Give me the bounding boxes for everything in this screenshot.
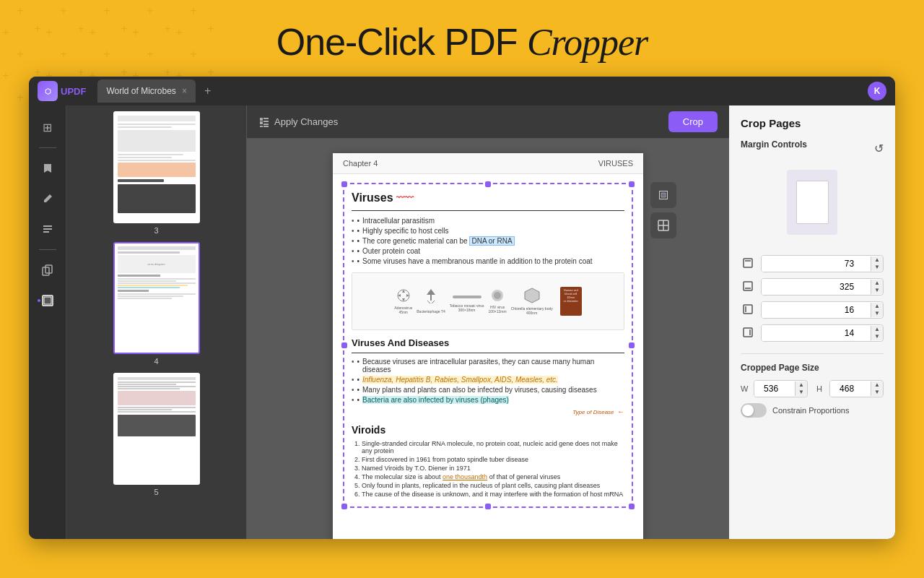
- width-down[interactable]: ▼: [796, 389, 807, 396]
- top-margin-input-wrap: ▲ ▼: [761, 255, 884, 272]
- crop-handle-tm[interactable]: [485, 181, 491, 187]
- logo-box: ⬡: [38, 81, 58, 101]
- bottom-margin-up[interactable]: ▲: [871, 280, 883, 287]
- bottom-margin-input[interactable]: [762, 279, 871, 295]
- tab-label: World of Microbes: [106, 86, 175, 96]
- pdf-viewer: Chapter 4 VIRUSES: [247, 139, 729, 539]
- apply-changes-label: Apply Changes: [274, 116, 338, 127]
- top-margin-row: ▲ ▼: [741, 255, 884, 272]
- thumbnail-item-3[interactable]: 3: [72, 111, 240, 235]
- right-margin-down[interactable]: ▼: [871, 333, 883, 340]
- apply-changes-button[interactable]: Apply Changes: [258, 116, 338, 128]
- bullet-5: •Some viruses have a membranous mantle i…: [352, 257, 624, 265]
- left-margin-up[interactable]: ▲: [871, 303, 883, 310]
- width-input[interactable]: [754, 381, 795, 397]
- add-tab-button[interactable]: +: [201, 85, 214, 98]
- bullet-3: •The core genetic material can be DNA or…: [352, 237, 624, 245]
- thumbnails-icon[interactable]: ⊞: [35, 114, 61, 140]
- crop-overlay: Viruses 〰〰 •Intracellular parasitism •Hi…: [343, 183, 633, 508]
- svg-rect-6: [43, 231, 49, 233]
- pdf-page-header: Chapter 4 VIRUSES: [333, 153, 643, 174]
- pen-icon[interactable]: [35, 186, 61, 212]
- tab-close-button[interactable]: ×: [182, 86, 187, 96]
- hiv: HIV virus100×12mm: [488, 289, 506, 314]
- size-reference: Human red blood cell 10mmor diameter: [560, 287, 582, 316]
- pdf-page: Chapter 4 VIRUSES: [333, 153, 643, 539]
- left-margin-icon: [741, 304, 755, 316]
- svg-marker-23: [525, 288, 539, 303]
- crop-handle-rm[interactable]: [629, 342, 635, 348]
- left-margin-down[interactable]: ▼: [871, 310, 883, 317]
- svg-rect-27: [744, 259, 752, 267]
- reset-margins-button[interactable]: ↺: [874, 142, 884, 155]
- constrain-row: Constrain Proportions: [741, 403, 884, 418]
- right-margin-up[interactable]: ▲: [871, 326, 883, 333]
- annotation-text: Type of Disease: [572, 409, 614, 415]
- thumbnail-label-4: 4: [154, 357, 158, 366]
- cropped-size-label: Cropped Page Size: [741, 363, 884, 373]
- thumbnail-item-5[interactable]: 5: [72, 373, 240, 496]
- dna-rna-highlight: DNA or RNA: [469, 236, 514, 246]
- svg-point-22: [494, 292, 501, 299]
- top-margin-input[interactable]: [762, 256, 871, 272]
- left-margin-input-wrap: ▲ ▼: [761, 301, 884, 319]
- svg-marker-16: [427, 289, 435, 295]
- height-input[interactable]: [830, 381, 871, 397]
- app-logo: ⬡ UPDF: [38, 81, 86, 101]
- left-margin-input[interactable]: [762, 302, 871, 318]
- crop-handle-lm[interactable]: [341, 342, 347, 348]
- thumbnail-panel: 3 virus diagram: [66, 105, 247, 539]
- viroid-item-2: First discovered in 1961 from potato spi…: [362, 456, 624, 463]
- crop-button[interactable]: Crop: [668, 111, 718, 132]
- svg-rect-5: [43, 228, 52, 230]
- preview-inner: [796, 181, 829, 224]
- diseases-subtitle: Viruses And Diseases: [352, 337, 624, 348]
- user-avatar[interactable]: K: [868, 82, 886, 100]
- viroid-item-1: Single-stranded circular RNA molecule, n…: [362, 440, 624, 454]
- virus-squiggle: 〰〰: [396, 193, 414, 203]
- top-margin-down[interactable]: ▼: [871, 264, 883, 271]
- diagram-content: Adenovirus45nm Bacteriophage T4: [391, 284, 584, 319]
- svg-line-19: [432, 301, 435, 303]
- crop-handle-tr[interactable]: [629, 181, 635, 187]
- crop-mode-button[interactable]: [650, 182, 676, 208]
- bottom-margin-stepper: ▲ ▼: [871, 280, 883, 294]
- crop-layout-icon[interactable]: [35, 288, 61, 314]
- copy-icon[interactable]: [35, 257, 61, 283]
- document-tab[interactable]: World of Microbes ×: [97, 79, 196, 103]
- app-window: ⬡ UPDF World of Microbes × + K ⊞: [29, 77, 895, 539]
- viroid-item-4: The molecular size is about one thousand…: [362, 473, 624, 480]
- crop-handle-bm[interactable]: [485, 504, 491, 509]
- toggle-knob: [742, 405, 754, 416]
- svg-rect-4: [43, 225, 52, 227]
- right-margin-input-wrap: ▲ ▼: [761, 324, 884, 342]
- app-body: ⊞: [29, 105, 895, 539]
- virus-bullet-list: •Intracellular parasitism •Highly specif…: [352, 217, 624, 265]
- crop-handle-bl[interactable]: [341, 504, 347, 509]
- bottom-margin-icon: [741, 281, 755, 293]
- thumbnail-image-4: virus diagram: [113, 242, 200, 354]
- top-margin-up[interactable]: ▲: [871, 256, 883, 264]
- viroid-item-3: Named Viroids by T.O. Diener in 1971: [362, 465, 624, 472]
- height-down[interactable]: ▼: [871, 389, 883, 396]
- grid-view-button[interactable]: [650, 212, 676, 238]
- toolbar: Apply Changes Crop: [247, 105, 729, 139]
- bottom-margin-down[interactable]: ▼: [871, 287, 883, 294]
- thumbnail-item-4[interactable]: virus diagram 4: [72, 242, 240, 366]
- right-margin-icon: [741, 327, 755, 340]
- viroid-item-5: Only found in plants, replicated in the …: [362, 482, 624, 489]
- margin-controls: ▲ ▼ ▲ ▼: [741, 255, 884, 342]
- right-margin-stepper: ▲ ▼: [871, 326, 883, 340]
- text-list-icon[interactable]: [35, 216, 61, 242]
- width-input-wrap: ▲ ▼: [754, 380, 808, 397]
- width-up[interactable]: ▲: [796, 381, 807, 389]
- bookmark-icon[interactable]: [35, 155, 61, 181]
- left-margin-stepper: ▲ ▼: [871, 303, 883, 317]
- constrain-toggle[interactable]: [741, 403, 767, 418]
- right-margin-row: ▲ ▼: [741, 324, 884, 342]
- preview-box: [787, 170, 837, 235]
- right-margin-input[interactable]: [762, 325, 871, 341]
- crop-handle-br[interactable]: [629, 504, 635, 509]
- crop-handle-tl[interactable]: [341, 181, 347, 187]
- height-up[interactable]: ▲: [871, 381, 883, 389]
